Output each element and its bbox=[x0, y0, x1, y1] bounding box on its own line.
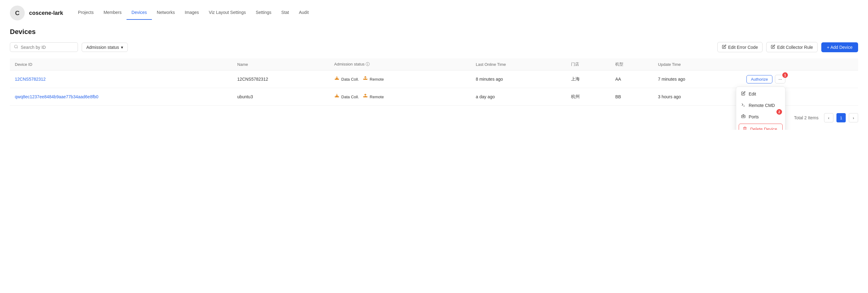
svg-point-7 bbox=[743, 117, 744, 117]
cell-store: 杭州 bbox=[566, 88, 610, 106]
status-remote: Remote bbox=[363, 93, 384, 100]
col-device-id: Device ID bbox=[10, 58, 232, 70]
dropdown-delete-device[interactable]: Delete Device bbox=[739, 124, 783, 130]
edit-error-code-label: Edit Error Code bbox=[728, 45, 758, 50]
add-device-button[interactable]: + Add Device bbox=[821, 42, 858, 52]
table-body: 12CNS5782312 12CNS5782312 Data Coll. Rem… bbox=[10, 70, 858, 106]
delete-device-label: Delete Device bbox=[750, 127, 777, 130]
col-admission-status: Admission status ⓘ bbox=[329, 58, 471, 70]
header-main: C coscene-lark bbox=[10, 6, 73, 21]
next-page-button[interactable]: › bbox=[849, 113, 858, 122]
edit-menu-icon bbox=[741, 91, 745, 96]
col-last-online: Last Online Time bbox=[471, 58, 566, 70]
edit-label: Edit bbox=[749, 92, 756, 96]
search-icon bbox=[14, 44, 18, 50]
svg-point-0 bbox=[14, 45, 17, 48]
datacoll-icon bbox=[334, 76, 340, 83]
nav-item-audit[interactable]: Audit bbox=[294, 7, 314, 20]
admission-status-filter[interactable]: Admission status ▾ bbox=[82, 43, 128, 52]
org-name: coscene-lark bbox=[29, 10, 63, 17]
action-cell-0: Authorize ··· 1 Edit bbox=[746, 75, 853, 84]
main-nav: ProjectsMembersDevicesNetworksImagesViz … bbox=[73, 7, 314, 20]
svg-point-8 bbox=[744, 117, 744, 117]
cell-device-id: 12CNS5782312 bbox=[10, 70, 232, 88]
remote-icon bbox=[363, 93, 368, 100]
cell-admission-status: Data Coll. Remote bbox=[329, 88, 471, 106]
remote-label: Remote bbox=[370, 77, 384, 82]
cell-store: 上海 bbox=[566, 70, 610, 88]
dropdown-ports[interactable]: Ports 2 bbox=[736, 111, 785, 122]
ports-icon bbox=[741, 114, 745, 119]
svg-point-6 bbox=[742, 117, 743, 117]
ports-label: Ports bbox=[749, 115, 759, 119]
trash-icon bbox=[743, 126, 747, 130]
cell-device-id: qwq8ec1237ee8484b9aae77b34aad6e8fb0 bbox=[10, 88, 232, 106]
table-row: qwq8ec1237ee8484b9aae77b34aad6e8fb0 ubun… bbox=[10, 88, 858, 106]
remote-icon bbox=[363, 76, 368, 83]
cell-actions: Authorize ··· 1 Edit bbox=[742, 70, 858, 88]
devices-table: Device ID Name Admission status ⓘ Last O… bbox=[10, 58, 858, 106]
edit-collector-icon bbox=[771, 44, 775, 50]
col-actions bbox=[742, 58, 858, 70]
chevron-down-icon: ▾ bbox=[121, 45, 123, 50]
status-remote: Remote bbox=[363, 76, 384, 83]
cell-model: AA bbox=[610, 70, 653, 88]
col-model: 机型 bbox=[610, 58, 653, 70]
more-badge: 1 bbox=[782, 72, 788, 78]
remote-cmd-label: Remote CMD bbox=[749, 103, 775, 108]
table-header: Device ID Name Admission status ⓘ Last O… bbox=[10, 58, 858, 70]
dropdown-edit[interactable]: Edit bbox=[736, 88, 785, 100]
add-device-label: + Add Device bbox=[827, 45, 852, 50]
pagination: Total 2 Items ‹ 1 › bbox=[10, 113, 858, 122]
cell-admission-status: Data Coll. Remote bbox=[329, 70, 471, 88]
cell-name: 12CNS5782312 bbox=[232, 70, 329, 88]
terminal-icon bbox=[741, 103, 745, 108]
device-id-link[interactable]: 12CNS5782312 bbox=[15, 77, 46, 82]
more-btn-wrapper-0: ··· 1 Edit bbox=[775, 75, 785, 84]
edit-collector-rule-button[interactable]: Edit Collector Rule bbox=[766, 42, 817, 52]
org-initial: C bbox=[15, 9, 20, 17]
search-input[interactable] bbox=[21, 45, 74, 50]
dropdown-menu: Edit Remote CMD Ports bbox=[736, 87, 785, 130]
cell-model: BB bbox=[610, 88, 653, 106]
filter-label: Admission status bbox=[86, 45, 119, 50]
cell-update-time: 7 minutes ago bbox=[653, 70, 741, 88]
toolbar: Admission status ▾ Edit Error Code Edit … bbox=[10, 42, 858, 52]
table-row: 12CNS5782312 12CNS5782312 Data Coll. Rem… bbox=[10, 70, 858, 88]
nav-item-projects[interactable]: Projects bbox=[73, 7, 99, 20]
edit-error-code-button[interactable]: Edit Error Code bbox=[717, 42, 763, 52]
nav-item-networks[interactable]: Networks bbox=[152, 7, 180, 20]
nav-item-devices[interactable]: Devices bbox=[126, 7, 152, 20]
cell-name: ubuntu3 bbox=[232, 88, 329, 106]
breadcrumb: Devices bbox=[10, 28, 858, 36]
prev-page-button[interactable]: ‹ bbox=[824, 113, 833, 122]
device-id-link[interactable]: qwq8ec1237ee8484b9aae77b34aad6e8fb0 bbox=[15, 94, 98, 99]
cell-update-time: 3 hours ago bbox=[653, 88, 741, 106]
col-update-time: Update Time bbox=[653, 58, 741, 70]
nav-item-stat[interactable]: Stat bbox=[276, 7, 294, 20]
datacoll-label: Data Coll. bbox=[341, 95, 359, 99]
nav-item-images[interactable]: Images bbox=[180, 7, 204, 20]
search-box[interactable] bbox=[10, 42, 78, 52]
nav-item-viz-layout[interactable]: Viz Layout Settings bbox=[204, 7, 251, 20]
col-store: 门店 bbox=[566, 58, 610, 70]
svg-line-1 bbox=[17, 47, 18, 48]
edit-collector-rule-label: Edit Collector Rule bbox=[777, 45, 813, 50]
header: C coscene-lark ProjectsMembersDevicesNet… bbox=[0, 0, 868, 21]
cell-last-online: 8 minutes ago bbox=[471, 70, 566, 88]
org-logo: C bbox=[10, 6, 25, 21]
status-datacoll: Data Coll. bbox=[334, 76, 359, 83]
ports-badge: 2 bbox=[776, 109, 782, 115]
authorize-button-0[interactable]: Authorize bbox=[746, 75, 773, 84]
page-1-button[interactable]: 1 bbox=[836, 113, 846, 122]
datacoll-icon bbox=[334, 93, 340, 100]
cell-last-online: a day ago bbox=[471, 88, 566, 106]
page-content: Devices Admission status ▾ Edit Error Co… bbox=[0, 21, 868, 130]
total-items: Total 2 Items bbox=[794, 115, 818, 120]
nav-item-members[interactable]: Members bbox=[99, 7, 126, 20]
page-title: Devices bbox=[10, 28, 36, 36]
datacoll-label: Data Coll. bbox=[341, 77, 359, 82]
status-datacoll: Data Coll. bbox=[334, 93, 359, 100]
nav-item-settings[interactable]: Settings bbox=[251, 7, 277, 20]
edit-icon bbox=[722, 44, 726, 50]
